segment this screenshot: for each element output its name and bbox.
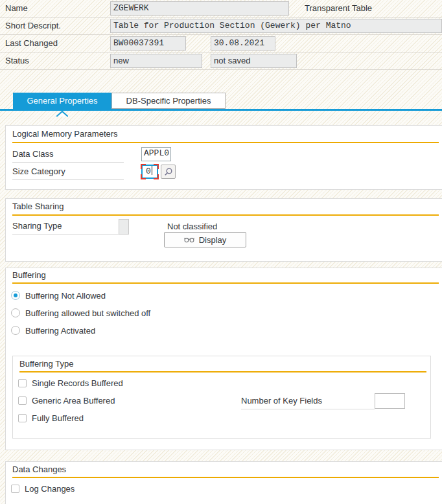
tab-general-properties[interactable]: General Properties xyxy=(13,93,111,109)
radio-label: Buffering allowed but switched off xyxy=(25,308,150,318)
buffering-title: Buffering xyxy=(12,270,46,280)
header-row-short-description: Short Descript. Table for Production Sec… xyxy=(0,17,442,35)
radio-selected-icon xyxy=(11,291,20,300)
checkbox-label: Single Records Buffered xyxy=(32,378,123,388)
data-changes-group: Data Changes Log Changes xyxy=(5,461,442,504)
sharing-type-field[interactable] xyxy=(119,219,129,235)
status-field: new xyxy=(110,54,202,68)
magnifier-icon xyxy=(163,167,173,177)
gold-rule xyxy=(12,282,439,284)
header-row-last-changed: Last Changed BW00037391 30.08.2021 xyxy=(0,35,442,52)
logical-memory-parameters-title: Logical Memory Parameters xyxy=(12,129,118,139)
focus-corner xyxy=(141,164,146,169)
data-changes-title: Data Changes xyxy=(12,464,66,474)
gold-rule xyxy=(12,477,439,478)
tab-db-specific-properties[interactable]: DB-Specific Properties xyxy=(111,93,226,109)
sap-technical-settings-screen: { "header": { "name": {"label": "Name", … xyxy=(0,0,442,504)
table-type-label: Transparent Table xyxy=(305,3,372,13)
header-row-name: Name ZGEWERK Transparent Table xyxy=(0,0,442,17)
last-changed-user-field: BW00037391 xyxy=(110,36,186,51)
header-row-status: Status new not saved xyxy=(0,52,442,70)
size-category-field[interactable]: 0 xyxy=(141,165,158,179)
size-category-label: Size Category xyxy=(12,166,124,180)
table-sharing-group: Table Sharing Sharing Type Not classifie… xyxy=(5,198,442,262)
number-of-key-fields-label: Number of Key Fields xyxy=(241,396,375,409)
checkbox-label: Generic Area Buffered xyxy=(32,396,115,406)
number-of-key-fields-field[interactable] xyxy=(375,393,405,409)
gold-rule xyxy=(12,214,439,216)
radio-unselected-icon xyxy=(11,326,20,335)
display-button-label: Display xyxy=(199,235,227,245)
checkbox-unchecked-icon xyxy=(11,485,19,493)
size-category-value: 0 xyxy=(146,166,151,176)
logical-memory-parameters-group: Logical Memory Parameters Data Class APP… xyxy=(5,125,442,190)
radio-unselected-icon xyxy=(11,308,20,317)
text-cursor xyxy=(152,166,152,175)
name-field: ZGEWERK xyxy=(110,1,289,16)
data-class-label: Data Class xyxy=(12,149,124,163)
display-button[interactable]: Display xyxy=(164,232,246,247)
table-sharing-title: Table Sharing xyxy=(12,201,64,211)
radio-label: Buffering Not Allowed xyxy=(25,291,106,301)
checkbox-label: Log Changes xyxy=(25,484,75,494)
buffering-type-group: Buffering Type Single Records Buffered G… xyxy=(12,356,431,439)
focus-corner xyxy=(154,164,159,169)
short-description-field: Table for Production Section (Gewerk) pe… xyxy=(110,19,442,33)
buffering-type-title: Buffering Type xyxy=(19,359,73,369)
data-class-field[interactable]: APPL0 xyxy=(141,147,171,161)
save-state-field: not saved xyxy=(211,54,297,68)
eyeglasses-icon xyxy=(184,236,195,243)
last-changed-label: Last Changed xyxy=(5,38,58,48)
checkbox-label: Fully Buffered xyxy=(32,413,84,423)
checkbox-unchecked-icon xyxy=(18,414,27,422)
name-label: Name xyxy=(5,3,28,13)
focus-corner xyxy=(154,174,159,179)
status-label: Status xyxy=(5,56,29,65)
checkbox-unchecked-icon xyxy=(18,379,27,387)
focus-corner xyxy=(141,174,146,179)
last-changed-date-field: 30.08.2021 xyxy=(211,36,275,51)
classification-text: Not classified xyxy=(167,222,217,231)
gold-rule xyxy=(19,371,426,372)
active-tab-notch-icon xyxy=(56,111,68,117)
gold-rule xyxy=(12,142,439,143)
radio-label: Buffering Activated xyxy=(25,326,95,336)
search-help-button[interactable] xyxy=(161,165,176,179)
checkbox-unchecked-icon xyxy=(18,396,27,405)
short-description-label: Short Descript. xyxy=(5,21,61,30)
buffering-group: Buffering Buffering Not Allowed Bufferin… xyxy=(5,268,442,450)
sharing-type-label: Sharing Type xyxy=(12,221,119,235)
